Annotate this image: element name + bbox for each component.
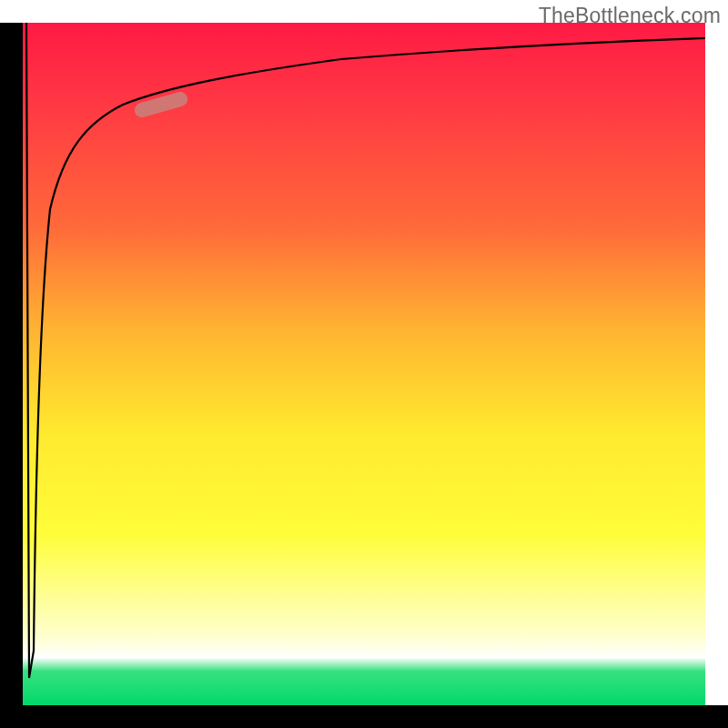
y-axis [0,23,23,714]
x-axis [0,705,728,728]
plot-gradient-background [23,23,705,705]
chart-container: TheBottleneck.com [0,0,728,728]
watermark-text: TheBottleneck.com [539,4,721,28]
